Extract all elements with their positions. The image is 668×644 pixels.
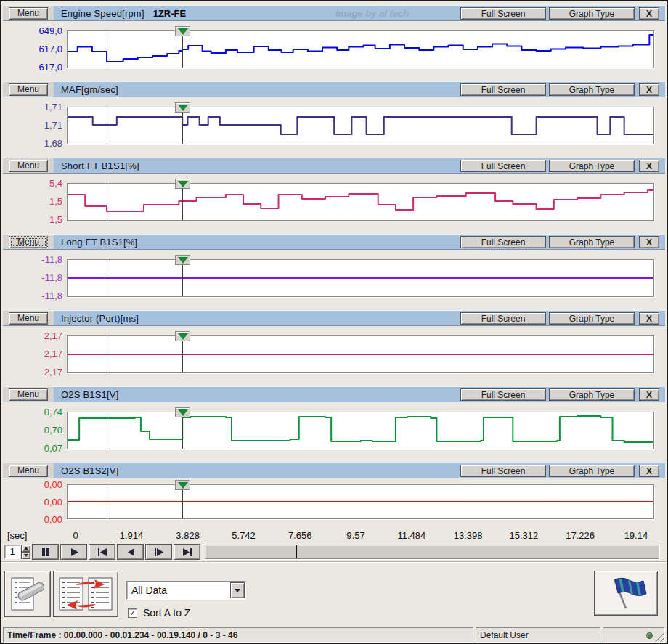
frame-step-field[interactable]: 1 <box>4 545 20 559</box>
playback-cursor-line <box>107 184 107 220</box>
axis-cur-value: 617,0 <box>3 44 62 54</box>
record-list-button[interactable] <box>4 571 51 617</box>
full-screen-button[interactable]: Full Screen <box>460 83 546 96</box>
close-button[interactable]: X <box>639 236 659 248</box>
panel-long-ft: Menu Long FT B1S1[%] Full Screen Graph T… <box>3 234 665 310</box>
chart-area[interactable] <box>67 30 654 68</box>
data-filter-value: All Data <box>127 582 229 599</box>
pause-button[interactable] <box>32 544 59 560</box>
graph-type-button[interactable]: Graph Type <box>549 83 635 96</box>
close-button[interactable]: X <box>639 388 659 401</box>
selected-frame-cursor-line <box>182 31 183 68</box>
cursor-marker-handle[interactable] <box>175 407 190 417</box>
sort-checkbox[interactable]: ✓ <box>128 608 137 618</box>
full-screen-button[interactable]: Full Screen <box>460 312 546 325</box>
timeline-tick: 1.914 <box>120 530 144 541</box>
playback-cursor-line <box>107 260 107 296</box>
graph-type-button[interactable]: Graph Type <box>549 7 635 20</box>
panel-body: 649,0 617,0 617,0 <box>3 21 665 81</box>
full-screen-button[interactable]: Full Screen <box>460 465 546 477</box>
axis-max-value: 2,17 <box>3 331 62 341</box>
close-button[interactable]: X <box>639 312 659 325</box>
graph-type-button[interactable]: Graph Type <box>549 388 635 401</box>
full-screen-button[interactable]: Full Screen <box>460 388 546 401</box>
timeline-tick: 11.484 <box>397 530 425 541</box>
playback-cursor-line <box>107 107 107 144</box>
menu-button[interactable]: Menu <box>9 465 48 477</box>
axis-cur-value: -11,8 <box>3 273 62 282</box>
close-button[interactable]: X <box>639 83 659 96</box>
graph-type-button[interactable]: Graph Type <box>549 312 635 325</box>
step-forward-button[interactable] <box>145 544 172 560</box>
close-button[interactable]: X <box>639 7 659 20</box>
data-filter-select[interactable]: All Data <box>126 581 246 600</box>
chart-area[interactable] <box>67 183 654 221</box>
app-window: Menu Engine Speed[rpm] 1ZR-FE image by a… <box>0 0 668 644</box>
close-button[interactable]: X <box>639 160 659 172</box>
play-button[interactable] <box>60 544 87 560</box>
panel-header: Menu MAF[gm/sec] Full Screen Graph Type … <box>3 81 665 97</box>
chart-area[interactable] <box>67 484 654 519</box>
cursor-triangle-icon <box>178 257 188 264</box>
panel-body: 5,4 1,5 1,5 <box>3 174 665 234</box>
current-user-status: Default User <box>476 627 600 643</box>
panel-title: O2S B1S1[V] <box>61 389 119 400</box>
panel-title: Long FT B1S1[%] <box>61 237 137 248</box>
graph-type-button[interactable]: Graph Type <box>549 160 635 172</box>
close-button[interactable]: X <box>639 465 659 477</box>
step-back-button[interactable] <box>117 544 144 560</box>
cursor-triangle-icon <box>178 28 188 35</box>
status-bar: Time/Frame : 00.00.000 - 00.01.234 - 00.… <box>3 627 665 643</box>
full-screen-button[interactable]: Full Screen <box>460 7 546 20</box>
menu-button[interactable]: Menu <box>9 160 48 172</box>
dropdown-arrow-button[interactable] <box>230 582 245 598</box>
resize-grip[interactable] <box>655 632 664 642</box>
time-unit-label: [sec] <box>7 530 27 541</box>
menu-cell: Menu <box>3 158 54 173</box>
sort-checkbox-row: ✓ Sort A to Z <box>128 607 190 619</box>
cursor-triangle-icon <box>178 181 188 187</box>
chart-area[interactable] <box>67 412 654 449</box>
timeline-tick: 0 <box>73 530 78 541</box>
selected-frame-cursor-line <box>182 260 183 296</box>
menu-button[interactable]: Menu <box>9 7 48 20</box>
axis-min-value: 0,00 <box>3 515 62 524</box>
cursor-marker-handle[interactable] <box>175 331 190 341</box>
panel-maf: Menu MAF[gm/sec] Full Screen Graph Type … <box>3 81 665 158</box>
timeline-scrollbar[interactable] <box>205 545 659 559</box>
scrollbar-position-marker[interactable] <box>296 545 297 558</box>
panel-title: Short FT B1S1[%] <box>61 160 139 171</box>
menu-button[interactable]: Menu <box>9 388 48 401</box>
panel-short-ft: Menu Short FT B1S1[%] Full Screen Graph … <box>3 158 665 234</box>
spinner-up-button[interactable] <box>21 545 30 552</box>
menu-button[interactable]: Menu <box>9 312 48 325</box>
full-screen-button[interactable]: Full Screen <box>460 236 546 248</box>
timeline-tick: 17.226 <box>566 530 595 541</box>
flag-button[interactable] <box>594 571 658 616</box>
panel-o2s-b1s2: Menu O2S B1S2[V] Full Screen Graph Type … <box>3 462 665 529</box>
menu-button[interactable]: Menu <box>9 236 48 248</box>
cursor-marker-handle[interactable] <box>175 26 190 36</box>
menu-cell: Menu <box>3 82 54 97</box>
chart-area[interactable] <box>67 259 654 297</box>
menu-button[interactable]: Menu <box>9 83 48 96</box>
chart-area[interactable] <box>67 107 654 144</box>
go-to-end-button[interactable] <box>174 544 200 560</box>
axis-cur-value: 0,00 <box>3 497 62 507</box>
panel-header: Menu Long FT B1S1[%] Full Screen Graph T… <box>3 234 665 250</box>
chart-area[interactable] <box>67 335 654 373</box>
timeline-ticks: 01.9143.8285.7427.6569.5711.48413.39815.… <box>67 530 654 542</box>
panel-header: Menu Engine Speed[rpm] 1ZR-FE image by a… <box>3 5 665 21</box>
graph-type-button[interactable]: Graph Type <box>549 236 635 248</box>
panel-body: 0,74 0,70 0,07 <box>3 402 665 462</box>
panel-title: MAF[gm/sec] <box>61 84 118 95</box>
go-to-start-button[interactable] <box>89 544 115 560</box>
graph-type-button[interactable]: Graph Type <box>549 465 635 477</box>
cursor-marker-handle[interactable] <box>175 255 190 265</box>
cursor-marker-handle[interactable] <box>175 480 190 490</box>
full-screen-button[interactable]: Full Screen <box>460 160 546 172</box>
cursor-marker-handle[interactable] <box>175 179 190 189</box>
spinner-down-button[interactable] <box>21 552 30 559</box>
cursor-marker-handle[interactable] <box>175 102 190 113</box>
swap-lists-button[interactable] <box>53 571 118 617</box>
